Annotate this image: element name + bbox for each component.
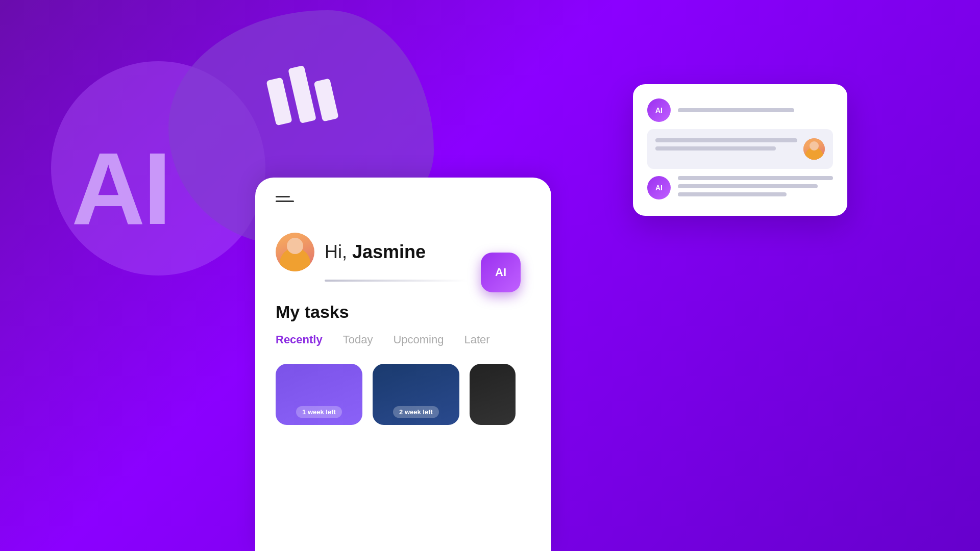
ai-avatar-bottom: AI <box>647 176 671 199</box>
tab-recently[interactable]: Recently <box>276 333 323 348</box>
user-avatar-chat <box>803 138 825 160</box>
tasks-section: My tasks Recently Today Upcoming Later 1… <box>276 302 531 425</box>
tab-later[interactable]: Later <box>464 333 489 348</box>
tasks-tabs[interactable]: Recently Today Upcoming Later <box>276 333 531 348</box>
greeting-hi: Hi, <box>325 241 352 262</box>
task-card-1[interactable]: 1 week left <box>276 364 362 425</box>
chat-row-2: AI <box>647 176 833 199</box>
task-badge-2: 2 week left <box>393 406 439 418</box>
response-lines-group <box>655 138 797 151</box>
hamburger-menu[interactable] <box>276 196 531 202</box>
logo-bar-2 <box>288 65 316 123</box>
greeting-text: Hi, Jasmine <box>325 241 426 263</box>
task-cards-row: 1 week left 2 week left <box>276 364 531 425</box>
ai-floating-button[interactable]: AI <box>481 253 521 292</box>
chat-response-area <box>647 129 833 169</box>
ai-line-1 <box>678 176 833 180</box>
avatar-head <box>810 141 819 151</box>
user-avatar-main <box>276 233 314 271</box>
chat-line-1 <box>678 108 794 112</box>
main-avatar-head <box>287 238 303 254</box>
ai-line-2 <box>678 184 818 188</box>
ai-avatar-top: AI <box>647 98 671 122</box>
app-logo <box>268 64 336 125</box>
task-card-2[interactable]: 2 week left <box>373 364 459 425</box>
tab-upcoming[interactable]: Upcoming <box>393 333 444 348</box>
ai-large-text: AI <box>71 138 169 240</box>
greeting-underline <box>325 280 468 282</box>
app-card: Hi, Jasmine My tasks Recently Today Upco… <box>255 178 551 551</box>
chat-row-1: AI <box>647 98 833 122</box>
task-card-3[interactable] <box>470 364 516 425</box>
task-badge-1: 1 week left <box>296 406 342 418</box>
tab-today[interactable]: Today <box>343 333 373 348</box>
resp-line-1 <box>655 138 797 142</box>
hamburger-line-2 <box>276 201 294 202</box>
tasks-title: My tasks <box>276 302 531 322</box>
ai-response-lines <box>678 176 833 196</box>
ai-line-3 <box>678 192 787 196</box>
resp-line-2 <box>655 146 776 151</box>
greeting-name: Jasmine <box>352 241 426 262</box>
hamburger-line-1 <box>276 196 290 197</box>
chat-line-group-1 <box>678 108 833 112</box>
chat-card: AI AI <box>633 84 847 216</box>
